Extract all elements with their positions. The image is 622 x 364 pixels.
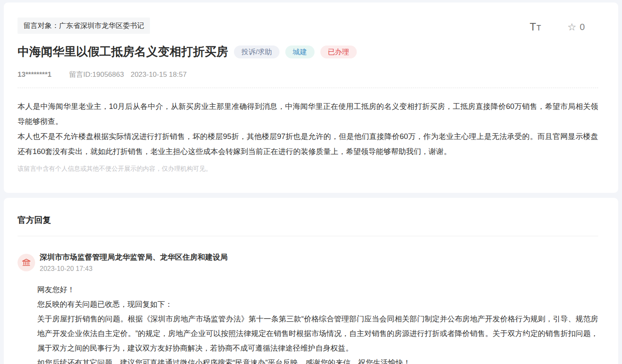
- title-row: 中海闻华里以假工抵房名义变相打折买房 投诉/求助 城建 已办理: [18, 44, 598, 60]
- institution-icon: [21, 258, 31, 268]
- reply-body: 网友您好！ 您反映的有关问题已收悉，现回复如下： 关于房屋打折销售的问题。根据《…: [37, 283, 598, 364]
- message-paragraph: 本人也不是不允许楼盘根据实际情况进行打折销售，坏的楼层95折，其他楼层97折也是…: [18, 129, 598, 159]
- avatar: [18, 254, 35, 271]
- privacy-note: 该留言中含有个人信息或其他不便公开展示的内容，仅办理机构可见。: [18, 165, 598, 173]
- reply-agency-block: 深圳市市场监督管理局龙华监管局、龙华区住房和建设局 2023-10-20 17:…: [40, 252, 228, 273]
- page: 留言对象：广东省深圳市龙华区委书记 Tt ☆ 0 中海闻华里以假工抵房名义变相打…: [0, 0, 622, 364]
- star-icon: ☆: [567, 21, 576, 33]
- star-button[interactable]: ☆ 0: [567, 21, 585, 33]
- agency-name: 深圳市市场监督管理局龙华监管局、龙华区住房和建设局: [40, 252, 228, 262]
- message-paragraph: 本人是中海闻华里老业主，10月后从各中介，从新买房业主那里准确得到消息，中海闻华…: [18, 99, 598, 129]
- divider: [18, 236, 598, 236]
- recipient-chip: 留言对象：广东省深圳市龙华区委书记: [18, 18, 150, 34]
- tag-complaint-type: 投诉/求助: [234, 46, 279, 58]
- page-title: 中海闻华里以假工抵房名义变相打折买房: [18, 44, 228, 60]
- message-body: 本人是中海闻华里老业主，10月后从各中介，从新买房业主那里准确得到消息，中海闻华…: [18, 99, 598, 159]
- message-card: 留言对象：广东省深圳市龙华区委书记 Tt ☆ 0 中海闻华里以假工抵房名义变相打…: [4, 3, 618, 193]
- top-actions: Tt ☆ 0: [530, 18, 598, 33]
- reply-paragraph: 网友您好！: [37, 283, 598, 297]
- font-size-toggle-icon[interactable]: Tt: [530, 21, 541, 33]
- message-id: 留言ID:19056863: [69, 70, 124, 79]
- post-timestamp: 2023-10-15 18:57: [131, 71, 187, 79]
- tag-field-category: 城建: [285, 46, 315, 58]
- reply-paragraph: 关于房屋打折销售的问题。根据《深圳市房地产市场监管办法》第十一条第三款“价格综合…: [37, 312, 598, 356]
- reply-header: 深圳市市场监督管理局龙华监管局、龙华区住房和建设局 2023-10-20 17:…: [18, 252, 598, 273]
- user-masked-phone: 13********1: [18, 71, 51, 79]
- official-reply-card: 官方回复 深圳市市场监督管理局龙华监管局、龙华区住房和建设局 2023-10-2…: [4, 198, 618, 364]
- card-top-row: 留言对象：广东省深圳市龙华区委书记 Tt ☆ 0: [18, 18, 598, 34]
- reply-paragraph: 如您后续还有其它问题，建议您可直接通过微信小程序搜索“民意速办”平台反映。感谢您…: [37, 356, 598, 364]
- user-info-row: 13********1 留言ID:19056863 2023-10-15 18:…: [18, 70, 598, 88]
- star-count: 0: [580, 22, 585, 33]
- reply-section-title: 官方回复: [18, 215, 598, 226]
- tag-status-badge: 已办理: [320, 46, 357, 58]
- reply-paragraph: 您反映的有关问题已收悉，现回复如下：: [37, 297, 598, 312]
- reply-timestamp: 2023-10-20 17:43: [40, 265, 228, 273]
- recipient-label: 留言对象：广东省深圳市龙华区委书记: [23, 22, 144, 30]
